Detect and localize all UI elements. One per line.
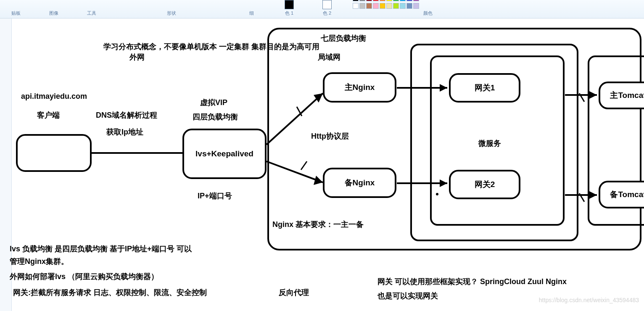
drawing-canvas[interactable]: 学习分布式概念，不要像单机版本 一定集群 集群目的是为高可用 外网 局域网 七层… bbox=[12, 18, 644, 311]
layer4-label: 四层负载均衡 bbox=[193, 112, 238, 122]
reverse-proxy-label: 反向代理 bbox=[279, 287, 309, 298]
dns-process-label: DNS域名解析过程 bbox=[96, 110, 157, 120]
ribbon-group-image[interactable]: 图像 bbox=[41, 10, 66, 18]
gw-framework-line2: 也是可以实现网关 bbox=[377, 291, 438, 301]
lvs-box-label: lvs+Keepalived bbox=[195, 149, 253, 158]
gateway2-box: 网关2 bbox=[449, 170, 520, 199]
tomcat-master-label: 主Tomcat bbox=[610, 90, 644, 101]
ip-port-label: IP+端口号 bbox=[198, 191, 232, 201]
ribbon-group-clipboard[interactable]: 贴板 bbox=[3, 10, 29, 18]
client-label: 客户端 bbox=[37, 110, 60, 120]
get-ip-label: 获取Ip地址 bbox=[106, 127, 143, 137]
ribbon-group-tools[interactable]: 工具 bbox=[79, 10, 104, 18]
gw-framework-line1: 网关 可以使用那些框架实现？ SpringCloud Zuul Nginx bbox=[377, 277, 567, 287]
ribbon-group-colors[interactable]: 颜色 bbox=[352, 0, 504, 18]
side-strip bbox=[0, 18, 12, 311]
vip-label: 虚拟VIP bbox=[200, 98, 227, 108]
tomcat-backup-box: 备Tomcat bbox=[599, 181, 644, 208]
gateway1-box: 网关1 bbox=[449, 73, 520, 103]
ribbon-group-shapes[interactable]: 形状 bbox=[117, 10, 226, 18]
nginx-master-label: 主Nginx bbox=[345, 82, 375, 93]
client-box bbox=[16, 134, 92, 172]
note-lvs-line1: lvs 负载均衡 是四层负载均衡 基于IP地址+端口号 可以 bbox=[10, 244, 192, 254]
paint-ribbon: 贴板 图像 工具 形状 细 色 1 色 2 颜色 bbox=[0, 0, 644, 18]
external-net-label: 外网 bbox=[129, 52, 145, 62]
ribbon-color2[interactable]: 色 2 bbox=[314, 0, 340, 18]
ribbon-color1[interactable]: 色 1 bbox=[277, 0, 302, 18]
gateway2-label: 网关2 bbox=[475, 179, 495, 190]
nginx-backup-box: 备Nginx bbox=[323, 168, 396, 198]
ribbon-color2-label: 色 2 bbox=[323, 11, 331, 16]
nginx-master-box: 主Nginx bbox=[323, 72, 396, 103]
note-lvs-line2: 管理Nginx集群。 bbox=[10, 256, 69, 266]
ribbon-color1-label: 色 1 bbox=[285, 11, 293, 16]
ribbon-size[interactable]: 细 bbox=[239, 10, 264, 18]
nginx-backup-label: 备Nginx bbox=[345, 177, 375, 188]
watermark: https://blog.csdn.net/weixin_43594483 bbox=[539, 297, 639, 303]
tomcat-master-box: 主Tomcat bbox=[599, 82, 644, 109]
lvs-box: lvs+Keepalived bbox=[182, 129, 267, 179]
note-deploy: 外网如何部署lvs （阿里云购买负载均衡器） bbox=[10, 271, 158, 282]
api-domain-label: api.itmayiedu.com bbox=[21, 92, 87, 101]
tomcat-backup-label: 备Tomcat bbox=[610, 189, 644, 200]
gateway1-label: 网关1 bbox=[475, 82, 495, 93]
ribbon-colors-label: 颜色 bbox=[352, 10, 504, 16]
note-gateway: 网关:拦截所有服务请求 日志、权限控制、限流、安全控制 bbox=[13, 287, 207, 298]
